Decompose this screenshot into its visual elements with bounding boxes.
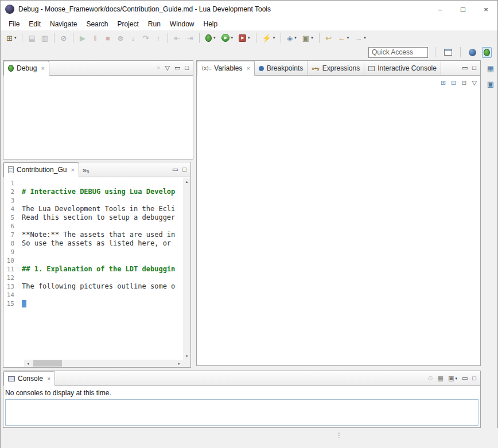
code-line: 10 bbox=[3, 256, 183, 265]
run-button[interactable]: ▾ bbox=[219, 32, 236, 44]
menu-search[interactable]: Search bbox=[81, 18, 112, 30]
drop-to-frame-button[interactable]: ⇤ bbox=[172, 32, 183, 44]
forward-button[interactable]: →▾ bbox=[352, 32, 368, 44]
code-line: 8So use the assets as listed here, or bbox=[3, 239, 183, 248]
step-return-button[interactable]: ↑ bbox=[153, 32, 164, 44]
lua-perspective-button[interactable] bbox=[467, 47, 478, 58]
minimize-button[interactable]: ▭ bbox=[462, 375, 468, 381]
view-menu-button[interactable]: ▽ bbox=[165, 65, 169, 71]
step-over-button[interactable]: ↷ bbox=[140, 32, 151, 44]
tab-label: Breakpoints bbox=[267, 64, 303, 72]
toolbar-separator bbox=[319, 33, 320, 43]
show-type-names-button[interactable]: ⊞ bbox=[441, 80, 446, 86]
menu-edit[interactable]: Edit bbox=[24, 18, 45, 30]
show-logical-structures-button[interactable]: ⊡ bbox=[451, 80, 456, 86]
back-button[interactable]: ←▾ bbox=[336, 32, 352, 44]
disconnect-button[interactable]: ⊗ bbox=[115, 32, 126, 44]
menu-navigate[interactable]: Navigate bbox=[45, 18, 81, 30]
scroll-up-icon[interactable]: ▴ bbox=[183, 178, 190, 185]
maximize-button[interactable]: □ bbox=[472, 65, 476, 71]
save-all-button[interactable]: ▥ bbox=[39, 32, 50, 44]
close-button[interactable]: × bbox=[474, 1, 497, 18]
minimized-view-button-1[interactable]: ▦ bbox=[487, 65, 494, 72]
minimize-button[interactable]: – bbox=[429, 1, 452, 18]
new-button[interactable]: ⊞▾ bbox=[4, 32, 18, 44]
maximize-button[interactable]: □ bbox=[182, 166, 186, 173]
toolbar-separator bbox=[435, 47, 435, 57]
menu-help[interactable]: Help bbox=[199, 18, 223, 30]
tab-label: Console bbox=[18, 375, 43, 383]
tab-variables[interactable]: (x)=Variables× bbox=[197, 61, 255, 76]
pin-console-button[interactable]: ⊙ bbox=[427, 375, 433, 381]
tab-label: Interactive Console bbox=[378, 64, 437, 72]
terminate-button[interactable]: ■ bbox=[102, 32, 114, 44]
external-tools-button[interactable]: ▾ bbox=[236, 32, 252, 44]
dropdown-arrow-icon: ▾ bbox=[248, 36, 250, 40]
dropdown-arrow-icon: ▾ bbox=[14, 36, 17, 40]
new-wizard-button[interactable]: ◈▾ bbox=[285, 32, 299, 44]
horizontal-scrollbar[interactable]: ◂ ▸ bbox=[24, 360, 183, 367]
open-element-button[interactable]: ▣▾ bbox=[300, 32, 316, 44]
pin-console-icon: ⊙ bbox=[427, 375, 433, 381]
lua-icon bbox=[469, 49, 476, 56]
window-title: Debug - Moose_Framework/docs/Contributio… bbox=[18, 5, 271, 13]
tab-breakpoints[interactable]: Breakpoints bbox=[255, 61, 308, 75]
code-line: 4The Lua Development Tools in the Ecli bbox=[3, 205, 183, 213]
show-logical-structures-icon: ⊡ bbox=[451, 80, 456, 86]
menu-file[interactable]: File bbox=[4, 18, 24, 30]
resize-handle[interactable]: ⋮ bbox=[336, 431, 343, 439]
scroll-right-icon[interactable]: ▸ bbox=[176, 360, 183, 367]
breakpoints-icon bbox=[259, 66, 264, 71]
line-number: 4 bbox=[3, 205, 20, 213]
last-edit-location-button[interactable]: ↩ bbox=[323, 32, 334, 44]
open-perspective-button[interactable] bbox=[442, 47, 454, 57]
step-over-icon: ↷ bbox=[143, 34, 149, 42]
tab-interactive-console[interactable]: Interactive Console bbox=[364, 61, 441, 75]
debug-button[interactable]: ▾ bbox=[203, 32, 218, 44]
quick-access-input[interactable]: Quick Access bbox=[368, 47, 428, 58]
suspend-button[interactable]: ‖ bbox=[90, 32, 101, 44]
more-editors-button[interactable]: » 5 bbox=[79, 163, 93, 177]
close-icon[interactable]: × bbox=[47, 376, 50, 382]
collapse-all-button[interactable]: ⊟ bbox=[461, 80, 466, 86]
minimize-button[interactable]: ▭ bbox=[172, 166, 178, 173]
menu-project[interactable]: Project bbox=[112, 18, 143, 30]
code-line: 6 bbox=[3, 222, 183, 231]
maximize-button[interactable]: □ bbox=[185, 65, 189, 71]
skip-all-breakpoints-button[interactable]: ⊘ bbox=[58, 32, 69, 44]
scroll-down-icon[interactable]: ▾ bbox=[183, 352, 190, 360]
open-console-button[interactable]: ▣▾ bbox=[448, 375, 457, 381]
tab-expressions[interactable]: x+yExpressions bbox=[308, 61, 364, 75]
scroll-left-icon[interactable]: ◂ bbox=[24, 360, 32, 367]
text-editor-area[interactable]: 12# Interactive DEBUG using Lua Develop3… bbox=[3, 179, 183, 360]
resume-button[interactable]: ▶ bbox=[77, 32, 88, 44]
view-menu-button[interactable]: ▽ bbox=[472, 80, 477, 86]
step-into-button[interactable]: ↓ bbox=[127, 32, 139, 44]
open-connection-button[interactable]: ⚡▾ bbox=[260, 32, 278, 44]
vertical-scrollbar[interactable]: ▴ ▾ bbox=[183, 178, 190, 360]
save-button[interactable]: ▤ bbox=[26, 32, 37, 44]
step-return-icon: ↑ bbox=[157, 34, 161, 42]
use-step-filters-button[interactable]: ⇥ bbox=[184, 32, 196, 44]
tab-debug[interactable]: Debug × bbox=[3, 61, 49, 76]
maximize-button[interactable]: □ bbox=[472, 375, 476, 381]
minimize-button[interactable]: ▭ bbox=[174, 65, 180, 71]
line-text: **Note:** The assets that are used in bbox=[20, 231, 175, 239]
menu-run[interactable]: Run bbox=[143, 18, 165, 30]
menu-window[interactable]: Window bbox=[165, 18, 199, 30]
display-selected-console-button[interactable]: ▦ bbox=[438, 375, 443, 381]
close-icon[interactable]: × bbox=[41, 65, 44, 72]
tab-contribution-guide[interactable]: Contribution_Gu × bbox=[3, 162, 79, 177]
tab-console[interactable]: Console × bbox=[3, 371, 55, 386]
minimize-button[interactable]: ▭ bbox=[462, 65, 468, 71]
code-line: 9 bbox=[3, 248, 183, 256]
maximize-button[interactable]: □ bbox=[452, 1, 474, 18]
remove-all-terminated-button[interactable]: × bbox=[157, 65, 160, 71]
close-icon[interactable]: × bbox=[246, 65, 250, 72]
minimized-view-button-2[interactable]: ▣ bbox=[487, 80, 494, 88]
close-icon[interactable]: × bbox=[71, 167, 74, 173]
tab-label: Expressions bbox=[322, 64, 360, 72]
debug-perspective-button[interactable] bbox=[482, 47, 492, 58]
disconnect-icon: ⊗ bbox=[118, 34, 124, 42]
scrollbar-thumb[interactable] bbox=[33, 360, 62, 367]
